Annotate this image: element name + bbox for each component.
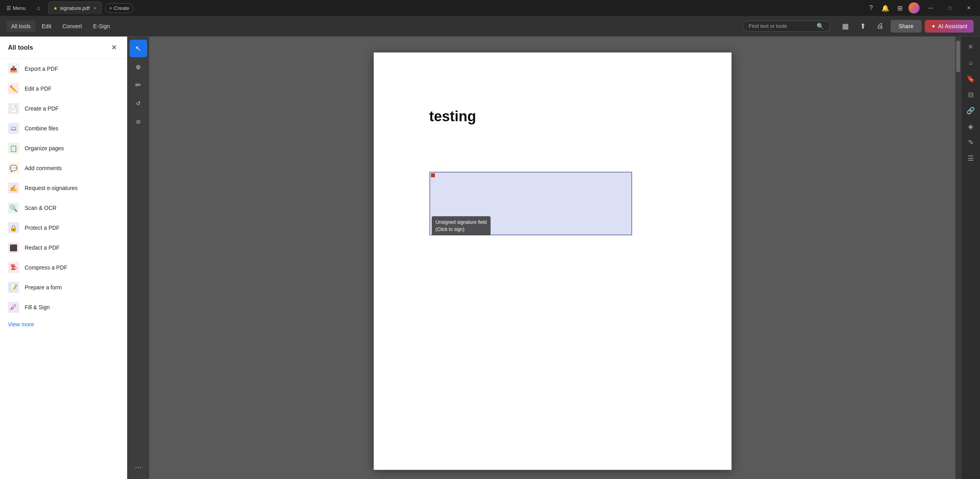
sidebar-item-request-esignatures[interactable]: ✍️ Request e-signatures	[0, 178, 127, 198]
prepare-form-icon: 📝	[8, 282, 19, 293]
right-panel-form-button[interactable]: ☰	[964, 151, 978, 165]
help-button[interactable]: ?	[866, 2, 877, 14]
maximize-icon: □	[948, 5, 951, 11]
alltools-button[interactable]: All tools	[6, 21, 35, 32]
compress-pdf-icon: 🗜	[8, 262, 19, 273]
tab-close-button[interactable]: ×	[94, 6, 97, 11]
search-box[interactable]: Find text or tools 🔍	[743, 21, 830, 32]
add-comments-icon: 💬	[8, 163, 19, 174]
menu-button[interactable]: ☰ Menu	[3, 4, 29, 13]
edit-pdf-icon: ✏️	[8, 83, 19, 94]
titlebar: ☰ Menu ⌂ ★ signature.pdf × + Create ? 🔔 …	[0, 0, 980, 16]
sidebar-item-combine-files[interactable]: 🗂 Combine files	[0, 118, 127, 138]
right-panel-layers-button[interactable]: ◈	[964, 119, 978, 134]
cursor-tool-button[interactable]: ↖	[130, 40, 147, 57]
search-placeholder: Find text or tools	[749, 23, 787, 29]
protect-pdf-icon: 🔒	[8, 222, 19, 233]
sidebar-item-redact-pdf[interactable]: ⬛ Redact a PDF	[0, 238, 127, 258]
signature-tooltip-line1: Unsigned signature field	[436, 219, 487, 226]
upload-button[interactable]: ⬆	[856, 19, 870, 33]
maximize-button[interactable]: □	[942, 2, 958, 14]
toolbar: All tools Edit Convert E-Sign Find text …	[0, 16, 980, 37]
view-mode-icon: ▦	[842, 22, 849, 31]
stamp-tool-button[interactable]: ⊘	[130, 113, 147, 130]
more-tools-icon: ⋯	[135, 463, 142, 471]
sidebar-item-organize-pages[interactable]: 📋 Organize pages	[0, 138, 127, 158]
sidebar-close-button[interactable]: ✕	[109, 43, 119, 52]
close-icon: ✕	[967, 5, 971, 11]
right-panel-bookmarks-button[interactable]: 🔖	[964, 72, 978, 86]
fill-sign-icon: 🖊	[8, 302, 19, 313]
sidebar-item-compress-pdf[interactable]: 🗜 Compress a PDF	[0, 258, 127, 277]
sidebar-item-fill-sign[interactable]: 🖊 Fill & Sign	[0, 297, 127, 317]
avatar[interactable]	[908, 2, 920, 14]
zoom-tool-button[interactable]: ⊕	[130, 58, 147, 76]
sidebar-item-edit-pdf[interactable]: ✏️ Edit a PDF	[0, 79, 127, 99]
right-panel-edit-button[interactable]: ✎	[964, 135, 978, 149]
organize-pages-icon: 📋	[8, 143, 19, 154]
right-panel-strip: ≡ ⌕ 🔖 ⊟ 🔗 ◈ ✎ ☰	[961, 37, 980, 479]
more-tools-button[interactable]: ⋯	[130, 458, 147, 476]
right-panel-link-button[interactable]: 🔗	[964, 103, 978, 118]
fill-sign-label: Fill & Sign	[25, 304, 50, 310]
zoom-icon: ⊕	[136, 63, 141, 71]
notifications-button[interactable]: 🔔	[880, 2, 891, 14]
create-pdf-icon: 📄	[8, 103, 19, 114]
right-panel-search-button[interactable]: ⌕	[964, 56, 978, 70]
signature-tooltip-line2: (Click to sign)	[436, 226, 487, 233]
all-tools-sidebar: All tools ✕ 📤 Export a PDF ✏️ Edit a PDF…	[0, 37, 127, 479]
share-button[interactable]: Share	[891, 20, 921, 33]
edit-icon-right: ✎	[968, 138, 974, 147]
convert-button[interactable]: Convert	[58, 21, 87, 32]
home-button[interactable]: ⌂	[32, 2, 45, 14]
edit-label: Edit	[42, 23, 51, 29]
scan-ocr-label: Scan & OCR	[25, 205, 56, 211]
request-esignatures-icon: ✍️	[8, 182, 19, 194]
pdf-area[interactable]: testing Unsigned signature field (Click …	[149, 37, 955, 479]
ai-assistant-button[interactable]: ✦ AI Assistant	[925, 20, 974, 33]
sidebar-item-protect-pdf[interactable]: 🔒 Protect a PDF	[0, 218, 127, 238]
view-more-button[interactable]: View more	[0, 317, 127, 332]
protect-pdf-label: Protect a PDF	[25, 225, 60, 231]
stamp-icon: ⊘	[136, 118, 141, 125]
right-panel-properties-button[interactable]: ≡	[964, 40, 978, 54]
sidebar-item-scan-ocr[interactable]: 🔍 Scan & OCR	[0, 198, 127, 218]
close-button[interactable]: ✕	[961, 2, 977, 14]
new-tab-button[interactable]: + Create	[105, 3, 134, 13]
sidebar-item-prepare-form[interactable]: 📝 Prepare a form	[0, 277, 127, 297]
eraser-tool-button[interactable]: ↺	[130, 95, 147, 112]
search-icon-right: ⌕	[969, 59, 973, 67]
tab-signature-pdf[interactable]: ★ signature.pdf ×	[48, 2, 102, 14]
tool-strip: ↖ ⊕ ✏ ↺ ⊘ ⋯	[127, 37, 149, 479]
sidebar-item-create-pdf[interactable]: 📄 Create a PDF	[0, 99, 127, 118]
edit-pdf-label: Edit a PDF	[25, 85, 52, 92]
sidebar-title: All tools	[8, 44, 33, 51]
new-tab-label: Create	[114, 5, 129, 11]
edit-button[interactable]: Edit	[37, 21, 56, 32]
titlebar-actions: ? 🔔 ⊞	[866, 2, 920, 14]
sidebar-header: All tools ✕	[0, 37, 127, 59]
combine-files-label: Combine files	[25, 125, 58, 132]
convert-label: Convert	[62, 23, 82, 29]
signature-tooltip: Unsigned signature field (Click to sign)	[432, 216, 491, 235]
vertical-scrollbar[interactable]	[955, 37, 961, 479]
toolbar-right: ▦ ⬆ 🖨 Share ✦ AI Assistant	[838, 19, 974, 33]
prepare-form-label: Prepare a form	[25, 284, 62, 291]
right-panel-pages-button[interactable]: ⊟	[964, 87, 978, 102]
search-icon: 🔍	[817, 23, 824, 30]
apps-button[interactable]: ⊞	[894, 2, 905, 14]
esign-label: E-Sign	[93, 23, 110, 29]
minimize-button[interactable]: —	[923, 2, 939, 14]
print-button[interactable]: 🖨	[873, 19, 887, 33]
scrollbar-thumb[interactable]	[956, 41, 960, 72]
alltools-label: All tools	[11, 23, 31, 29]
view-mode-button[interactable]: ▦	[838, 19, 852, 33]
esign-button[interactable]: E-Sign	[88, 21, 114, 32]
signature-field[interactable]: Unsigned signature field (Click to sign)	[429, 172, 632, 235]
sidebar-item-add-comments[interactable]: 💬 Add comments	[0, 158, 127, 178]
sidebar-item-export-pdf[interactable]: 📤 Export a PDF	[0, 59, 127, 79]
ai-assistant-label: AI Assistant	[938, 23, 967, 29]
new-tab-plus-icon: +	[109, 5, 113, 11]
pen-tool-button[interactable]: ✏	[130, 76, 147, 94]
pen-icon: ✏	[135, 81, 141, 89]
